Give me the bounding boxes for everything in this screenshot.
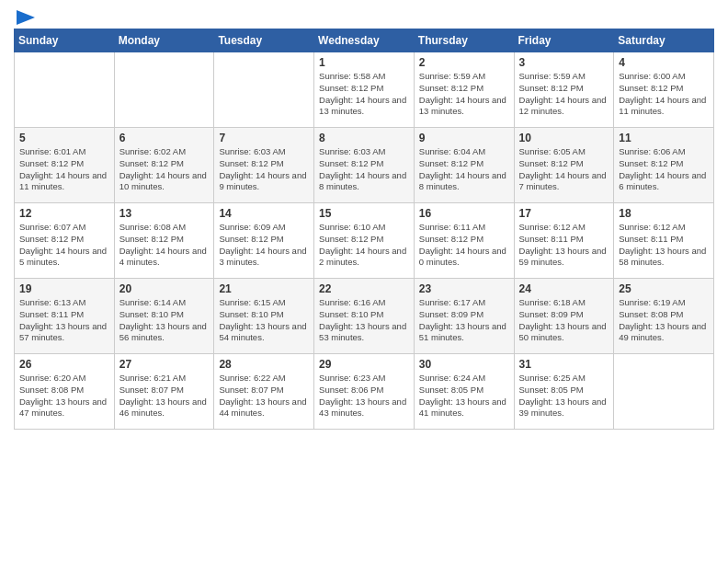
day-info: Sunrise: 5:58 AM Sunset: 8:12 PM Dayligh… xyxy=(319,71,409,118)
calendar-cell: 5Sunrise: 6:01 AM Sunset: 8:12 PM Daylig… xyxy=(15,128,115,203)
calendar-cell xyxy=(114,52,214,128)
day-number: 14 xyxy=(219,207,309,220)
calendar-cell: 3Sunrise: 5:59 AM Sunset: 8:12 PM Daylig… xyxy=(514,52,614,128)
calendar-cell: 26Sunrise: 6:20 AM Sunset: 8:08 PM Dayli… xyxy=(15,354,115,430)
day-info: Sunrise: 6:01 AM Sunset: 8:12 PM Dayligh… xyxy=(19,146,109,193)
day-number: 6 xyxy=(119,132,210,144)
day-info: Sunrise: 6:03 AM Sunset: 8:12 PM Dayligh… xyxy=(219,146,309,193)
day-number: 21 xyxy=(219,282,309,295)
calendar-week-row: 5Sunrise: 6:01 AM Sunset: 8:12 PM Daylig… xyxy=(15,128,714,203)
calendar-cell: 30Sunrise: 6:24 AM Sunset: 8:05 PM Dayli… xyxy=(414,354,514,430)
calendar-cell: 31Sunrise: 6:25 AM Sunset: 8:05 PM Dayli… xyxy=(514,354,614,430)
logo xyxy=(14,9,35,21)
day-of-week-header: Saturday xyxy=(614,29,714,52)
day-info: Sunrise: 6:16 AM Sunset: 8:10 PM Dayligh… xyxy=(319,297,409,344)
day-number: 10 xyxy=(519,132,609,144)
day-info: Sunrise: 6:05 AM Sunset: 8:12 PM Dayligh… xyxy=(519,146,609,193)
day-number: 2 xyxy=(419,56,509,69)
day-info: Sunrise: 6:24 AM Sunset: 8:05 PM Dayligh… xyxy=(419,373,509,419)
calendar-cell: 13Sunrise: 6:08 AM Sunset: 8:12 PM Dayli… xyxy=(114,203,214,279)
day-info: Sunrise: 6:03 AM Sunset: 8:12 PM Dayligh… xyxy=(319,146,409,193)
calendar-cell: 2Sunrise: 5:59 AM Sunset: 8:12 PM Daylig… xyxy=(414,52,514,128)
calendar-cell: 16Sunrise: 6:11 AM Sunset: 8:12 PM Dayli… xyxy=(414,203,514,279)
calendar-cell: 29Sunrise: 6:23 AM Sunset: 8:06 PM Dayli… xyxy=(314,354,415,430)
calendar-week-row: 26Sunrise: 6:20 AM Sunset: 8:08 PM Dayli… xyxy=(15,354,714,430)
day-info: Sunrise: 6:13 AM Sunset: 8:11 PM Dayligh… xyxy=(19,297,109,344)
page-container: SundayMondayTuesdayWednesdayThursdayFrid… xyxy=(0,0,728,439)
calendar-week-row: 1Sunrise: 5:58 AM Sunset: 8:12 PM Daylig… xyxy=(15,52,714,128)
day-info: Sunrise: 6:14 AM Sunset: 8:10 PM Dayligh… xyxy=(119,297,210,344)
day-info: Sunrise: 6:23 AM Sunset: 8:06 PM Dayligh… xyxy=(319,373,409,419)
day-info: Sunrise: 6:20 AM Sunset: 8:08 PM Dayligh… xyxy=(19,373,109,419)
day-number: 25 xyxy=(619,282,709,295)
day-number: 24 xyxy=(519,282,609,295)
day-number: 29 xyxy=(319,358,409,371)
calendar-cell: 12Sunrise: 6:07 AM Sunset: 8:12 PM Dayli… xyxy=(15,203,115,279)
calendar-cell: 1Sunrise: 5:58 AM Sunset: 8:12 PM Daylig… xyxy=(314,52,415,128)
day-info: Sunrise: 6:12 AM Sunset: 8:11 PM Dayligh… xyxy=(519,222,609,269)
day-number: 11 xyxy=(619,132,709,144)
day-number: 30 xyxy=(419,358,509,371)
calendar-cell: 9Sunrise: 6:04 AM Sunset: 8:12 PM Daylig… xyxy=(414,128,514,203)
day-info: Sunrise: 6:00 AM Sunset: 8:12 PM Dayligh… xyxy=(619,71,709,118)
calendar-cell: 10Sunrise: 6:05 AM Sunset: 8:12 PM Dayli… xyxy=(514,128,614,203)
day-info: Sunrise: 6:09 AM Sunset: 8:12 PM Dayligh… xyxy=(219,222,309,269)
day-info: Sunrise: 6:04 AM Sunset: 8:12 PM Dayligh… xyxy=(419,146,509,193)
day-info: Sunrise: 6:15 AM Sunset: 8:10 PM Dayligh… xyxy=(219,297,309,344)
day-number: 17 xyxy=(519,207,609,220)
day-number: 4 xyxy=(619,56,709,69)
calendar-cell: 15Sunrise: 6:10 AM Sunset: 8:12 PM Dayli… xyxy=(314,203,415,279)
day-number: 23 xyxy=(419,282,509,295)
day-info: Sunrise: 6:10 AM Sunset: 8:12 PM Dayligh… xyxy=(319,222,409,269)
day-info: Sunrise: 6:25 AM Sunset: 8:05 PM Dayligh… xyxy=(519,373,609,419)
day-number: 5 xyxy=(19,132,109,144)
day-number: 19 xyxy=(19,282,109,295)
day-number: 8 xyxy=(319,132,409,144)
day-of-week-header: Tuesday xyxy=(214,29,314,52)
calendar-cell: 23Sunrise: 6:17 AM Sunset: 8:09 PM Dayli… xyxy=(414,279,514,354)
calendar-cell: 14Sunrise: 6:09 AM Sunset: 8:12 PM Dayli… xyxy=(214,203,314,279)
calendar-week-row: 12Sunrise: 6:07 AM Sunset: 8:12 PM Dayli… xyxy=(15,203,714,279)
day-of-week-header: Monday xyxy=(114,29,214,52)
day-number: 26 xyxy=(19,358,109,371)
day-info: Sunrise: 6:12 AM Sunset: 8:11 PM Dayligh… xyxy=(619,222,709,269)
calendar-cell: 21Sunrise: 6:15 AM Sunset: 8:10 PM Dayli… xyxy=(214,279,314,354)
calendar-cell: 22Sunrise: 6:16 AM Sunset: 8:10 PM Dayli… xyxy=(314,279,415,354)
calendar-cell: 8Sunrise: 6:03 AM Sunset: 8:12 PM Daylig… xyxy=(314,128,415,203)
day-number: 31 xyxy=(519,358,609,371)
day-info: Sunrise: 6:21 AM Sunset: 8:07 PM Dayligh… xyxy=(119,373,210,419)
svg-marker-0 xyxy=(17,10,35,25)
calendar-cell: 17Sunrise: 6:12 AM Sunset: 8:11 PM Dayli… xyxy=(514,203,614,279)
day-info: Sunrise: 6:18 AM Sunset: 8:09 PM Dayligh… xyxy=(519,297,609,344)
calendar-cell: 11Sunrise: 6:06 AM Sunset: 8:12 PM Dayli… xyxy=(614,128,714,203)
day-info: Sunrise: 6:19 AM Sunset: 8:08 PM Dayligh… xyxy=(619,297,709,344)
calendar-header-row: SundayMondayTuesdayWednesdayThursdayFrid… xyxy=(15,29,714,52)
day-number: 20 xyxy=(119,282,210,295)
calendar-cell: 25Sunrise: 6:19 AM Sunset: 8:08 PM Dayli… xyxy=(614,279,714,354)
day-info: Sunrise: 6:06 AM Sunset: 8:12 PM Dayligh… xyxy=(619,146,709,193)
day-number: 28 xyxy=(219,358,309,371)
day-number: 13 xyxy=(119,207,210,220)
day-of-week-header: Sunday xyxy=(15,29,115,52)
calendar-cell: 19Sunrise: 6:13 AM Sunset: 8:11 PM Dayli… xyxy=(15,279,115,354)
day-info: Sunrise: 6:02 AM Sunset: 8:12 PM Dayligh… xyxy=(119,146,210,193)
day-number: 22 xyxy=(319,282,409,295)
day-of-week-header: Friday xyxy=(514,29,614,52)
header xyxy=(14,9,714,21)
calendar-cell xyxy=(214,52,314,128)
day-number: 9 xyxy=(419,132,509,144)
calendar-cell: 4Sunrise: 6:00 AM Sunset: 8:12 PM Daylig… xyxy=(614,52,714,128)
day-number: 15 xyxy=(319,207,409,220)
calendar-cell: 28Sunrise: 6:22 AM Sunset: 8:07 PM Dayli… xyxy=(214,354,314,430)
calendar-cell: 27Sunrise: 6:21 AM Sunset: 8:07 PM Dayli… xyxy=(114,354,214,430)
day-info: Sunrise: 6:11 AM Sunset: 8:12 PM Dayligh… xyxy=(419,222,509,269)
day-number: 3 xyxy=(519,56,609,69)
calendar-cell: 18Sunrise: 6:12 AM Sunset: 8:11 PM Dayli… xyxy=(614,203,714,279)
calendar-cell: 7Sunrise: 6:03 AM Sunset: 8:12 PM Daylig… xyxy=(214,128,314,203)
day-info: Sunrise: 5:59 AM Sunset: 8:12 PM Dayligh… xyxy=(419,71,509,118)
day-number: 7 xyxy=(219,132,309,144)
day-number: 16 xyxy=(419,207,509,220)
calendar-cell: 20Sunrise: 6:14 AM Sunset: 8:10 PM Dayli… xyxy=(114,279,214,354)
day-info: Sunrise: 5:59 AM Sunset: 8:12 PM Dayligh… xyxy=(519,71,609,118)
calendar-table: SundayMondayTuesdayWednesdayThursdayFrid… xyxy=(14,29,714,430)
